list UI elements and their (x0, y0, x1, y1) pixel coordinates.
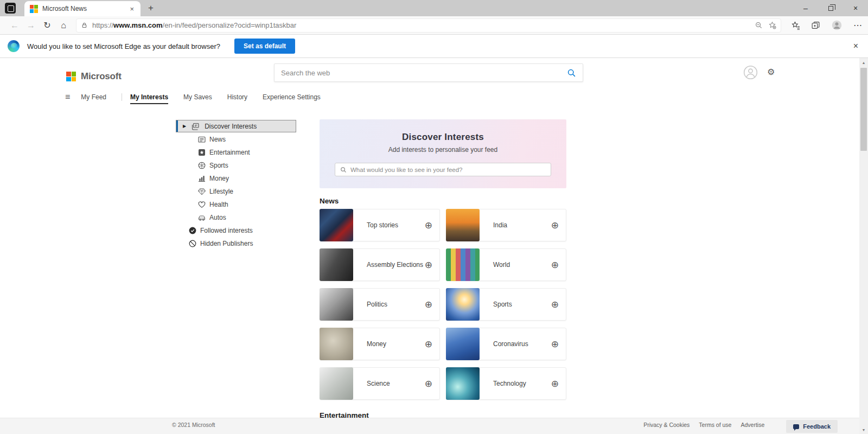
tab-close-icon[interactable]: × (127, 5, 136, 13)
add-interest-button[interactable]: ⊕ (425, 259, 432, 271)
selection-accent (176, 120, 178, 132)
interest-card[interactable]: Politics ⊕ (320, 288, 440, 321)
nav-tab[interactable]: My Feed (81, 93, 106, 101)
feedback-button[interactable]: Feedback (786, 420, 838, 433)
add-favorite-icon[interactable] (768, 21, 776, 29)
url-text: https://www.msn.com/en-in/feed/personali… (92, 21, 749, 29)
minimize-button[interactable]: – (793, 0, 818, 16)
discover-interests-banner: Discover Interests Add interests to pers… (320, 119, 566, 188)
maximize-button[interactable] (818, 0, 843, 16)
scroll-down-icon[interactable]: ▼ (859, 425, 868, 434)
feedback-bubble-icon (793, 424, 799, 429)
footer-link[interactable]: Advertise (741, 422, 764, 428)
card-thumbnail (320, 209, 353, 241)
favorites-hub-icon[interactable] (791, 21, 800, 30)
sidebar-category-item[interactable]: News (176, 133, 296, 146)
add-interest-button[interactable]: ⊕ (551, 339, 559, 350)
interest-card[interactable]: Technology ⊕ (446, 367, 566, 400)
card-thumbnail (446, 367, 480, 400)
nav-tab[interactable]: Experience Settings (263, 93, 321, 101)
interest-card[interactable]: World ⊕ (446, 248, 566, 281)
card-thumbnail (320, 288, 353, 321)
category-icon (197, 161, 206, 170)
close-window-button[interactable]: × (843, 0, 868, 16)
sidebar-category-item[interactable]: Lifestyle (176, 185, 296, 198)
add-interest-button[interactable]: ⊕ (425, 378, 432, 390)
add-interest-button[interactable]: ⊕ (551, 299, 559, 310)
interest-search-input[interactable] (350, 167, 546, 173)
msn-profile-icon[interactable] (743, 65, 758, 80)
browser-profile-avatar[interactable] (831, 20, 843, 31)
add-interest-button[interactable]: ⊕ (551, 259, 559, 271)
refresh-button[interactable]: ↻ (39, 20, 55, 30)
browser-tab[interactable]: Microsoft News × (24, 1, 141, 16)
card-thumbnail (446, 288, 480, 321)
copyright-text: © 2021 Microsoft (172, 422, 215, 428)
add-interest-button[interactable]: ⊕ (425, 339, 432, 350)
sidebar-category-item[interactable]: Health (176, 198, 296, 211)
sidebar-extra-item[interactable]: Followed interests (176, 224, 296, 237)
category-icon (197, 174, 206, 183)
sidebar-item-discover-interests[interactable]: ▶ Discover Interests (176, 120, 296, 132)
new-tab-button[interactable]: + (148, 3, 154, 14)
web-search-icon[interactable] (567, 68, 576, 78)
category-icon (197, 148, 206, 157)
card-thumbnail (446, 209, 480, 241)
interest-card[interactable]: Top stories ⊕ (320, 209, 440, 241)
interest-search-box[interactable] (335, 163, 551, 176)
browser-window: Microsoft News × + – × ← → ↻ ⌂ https://w… (0, 0, 868, 434)
home-button[interactable]: ⌂ (55, 21, 72, 30)
banner-close-icon[interactable]: × (853, 41, 858, 51)
sidebar-category-item[interactable]: Entertainment (176, 146, 296, 159)
scrollbar-thumb[interactable] (860, 68, 867, 151)
msn-settings-gear-icon[interactable]: ⚙ (767, 67, 775, 77)
sidebar-extra-item[interactable]: Hidden Publishers (176, 237, 296, 250)
banner-message: Would you like to set Microsoft Edge as … (27, 42, 220, 50)
sidebar-category-item[interactable]: Money (176, 172, 296, 185)
msn-header: Microsoft ⚙ (0, 58, 868, 88)
expand-arrow-icon[interactable]: ▶ (183, 124, 186, 129)
sidebar-category-item[interactable]: Sports (176, 159, 296, 172)
interest-card[interactable]: Science ⊕ (320, 367, 440, 400)
category-icon (197, 213, 206, 222)
add-interest-button[interactable]: ⊕ (425, 220, 432, 231)
interest-card[interactable]: Sports ⊕ (446, 288, 566, 321)
interest-card[interactable]: Coronavirus ⊕ (446, 328, 566, 360)
page-footer: © 2021 Microsoft Privacy & CookiesTerms … (0, 418, 868, 434)
category-icon (197, 187, 206, 196)
sidebar-extras: Followed interests Hidden Publishers (176, 224, 296, 250)
nav-tab[interactable]: History (227, 93, 247, 101)
footer-link[interactable]: Privacy & Cookies (643, 422, 690, 428)
scroll-up-icon[interactable]: ▲ (859, 58, 868, 67)
banner-title: Discover Interests (320, 132, 566, 143)
nav-tab[interactable]: My Saves (183, 93, 212, 101)
add-interest-button[interactable]: ⊕ (551, 378, 559, 390)
nav-tab[interactable]: My Interests (122, 93, 168, 101)
set-as-default-button[interactable]: Set as default (234, 39, 295, 54)
back-button[interactable]: ← (7, 21, 23, 30)
add-interest-button[interactable]: ⊕ (425, 299, 432, 310)
tab-title: Microsoft News (42, 5, 127, 12)
microsoft-brand[interactable]: Microsoft (66, 71, 122, 82)
add-interest-button[interactable]: ⊕ (551, 220, 559, 231)
edge-logo-icon (8, 40, 20, 52)
footer-link[interactable]: Terms of use (699, 422, 731, 428)
forward-button[interactable]: → (23, 21, 39, 30)
microsoft-wordmark: Microsoft (81, 71, 122, 82)
interest-card[interactable]: Assembly Elections ⊕ (320, 248, 440, 281)
sidebar-categories: News Entertainment Sports Money Lifestyl… (176, 133, 296, 224)
page-scrollbar[interactable]: ▲ ▼ (859, 58, 868, 434)
address-bar[interactable]: https://www.msn.com/en-in/feed/personali… (76, 18, 781, 33)
web-search-box[interactable] (274, 63, 583, 82)
sidebar-category-item[interactable]: Autos (176, 211, 296, 224)
collections-icon[interactable] (811, 21, 820, 30)
web-search-input[interactable] (281, 69, 567, 77)
category-icon (197, 200, 206, 209)
tab-actions-menu-icon[interactable] (5, 3, 16, 14)
settings-more-icon[interactable]: ⋯ (853, 20, 863, 30)
interest-card[interactable]: India ⊕ (446, 209, 566, 241)
interest-card[interactable]: Money ⊕ (320, 328, 440, 360)
zoom-out-icon[interactable] (755, 21, 763, 29)
hamburger-icon[interactable]: ≡ (65, 92, 70, 102)
microsoft-logo-icon (66, 72, 76, 81)
